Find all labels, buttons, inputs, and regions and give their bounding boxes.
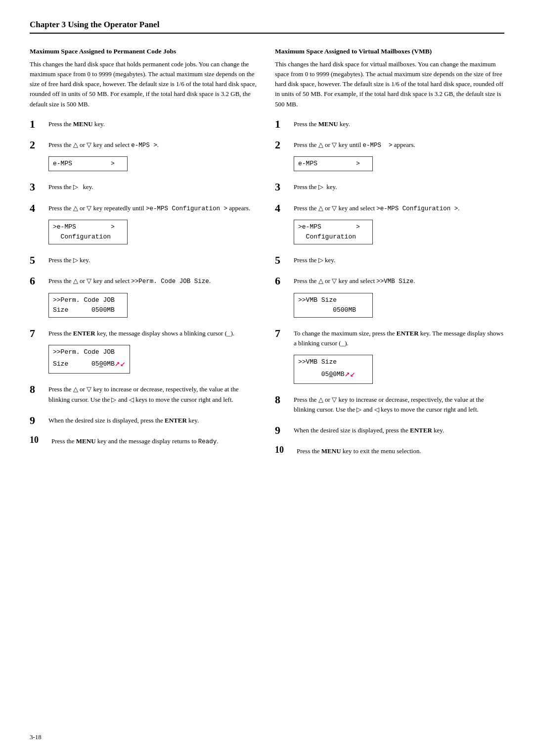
- right-step-6-content: Press the △ or ▽ key and select >>VMB Si…: [294, 275, 504, 321]
- right-step-4-number: 4: [275, 202, 294, 214]
- left-step-5-content: Press the ▷ key.: [48, 254, 259, 268]
- right-step-2-lcd: e-MPS >: [294, 156, 373, 171]
- right-step-4-lcd: >e-MPS > Configuration: [294, 220, 373, 244]
- left-step-10-content: Press the MENU key and the message displ…: [51, 435, 259, 450]
- left-step-4-content: Press the △ or ▽ key repeatedly until >e…: [48, 202, 259, 248]
- left-step-6-number: 6: [30, 275, 48, 287]
- right-step-1: 1 Press the MENU key.: [275, 118, 504, 132]
- left-step-3: 3 Press the ▷ key.: [30, 181, 259, 195]
- right-step-4-content: Press the △ or ▽ key and select >e-MPS C…: [294, 202, 504, 248]
- left-step-9: 9 When the desired size is displayed, pr…: [30, 415, 259, 428]
- left-step-4-lcd: >e-MPS > Configuration: [48, 220, 128, 244]
- left-column: Maximum Space Assigned to Permanent Code…: [30, 47, 259, 466]
- right-step-5-number: 5: [275, 254, 294, 266]
- left-step-2-lcd: e-MPS >: [48, 156, 128, 171]
- right-step-3: 3 Press the ▷ key.: [275, 181, 504, 195]
- right-step-8: 8 Press the △ or ▽ key to increase or de…: [275, 394, 504, 418]
- right-step-10-content: Press the MENU key to exit the menu sele…: [297, 445, 504, 459]
- right-step-7: 7 To change the maximum size, press the …: [275, 328, 504, 387]
- left-step-8-content: Press the △ or ▽ key to increase or decr…: [48, 383, 259, 407]
- right-intro: This changes the hard disk space for vir…: [275, 59, 504, 109]
- left-step-2-content: Press the △ or ▽ key and select e-MPS >.…: [48, 139, 259, 175]
- left-step-3-number: 3: [30, 181, 48, 193]
- right-step-9-content: When the desired size is displayed, pres…: [294, 425, 504, 438]
- right-column: Maximum Space Assigned to Virtual Mailbo…: [275, 47, 504, 466]
- left-step-5-number: 5: [30, 254, 48, 266]
- left-step-9-content: When the desired size is displayed, pres…: [48, 415, 259, 428]
- left-step-7-content: Press the ENTER key, the message display…: [48, 328, 259, 377]
- left-step-6-content: Press the △ or ▽ key and select >>Perm. …: [48, 275, 259, 321]
- left-step-4: 4 Press the △ or ▽ key repeatedly until …: [30, 202, 259, 248]
- left-step-1-content: Press the MENU key.: [48, 118, 259, 132]
- left-step-6: 6 Press the △ or ▽ key and select >>Perm…: [30, 275, 259, 321]
- left-step-6-lcd: >>Perm. Code JOB Size 0500MB: [48, 293, 128, 318]
- right-section-title: Maximum Space Assigned to Virtual Mailbo…: [275, 47, 504, 55]
- right-step-10-number: 10: [275, 445, 297, 455]
- left-intro: This changes the hard disk space that ho…: [30, 59, 259, 109]
- right-step-2-number: 2: [275, 139, 294, 151]
- right-step-7-number: 7: [275, 328, 294, 339]
- page-number: 3-18: [30, 733, 42, 741]
- left-step-8-number: 8: [30, 383, 48, 395]
- right-step-4: 4 Press the △ or ▽ key and select >e-MPS…: [275, 202, 504, 248]
- right-step-6: 6 Press the △ or ▽ key and select >>VMB …: [275, 275, 504, 321]
- left-step-2-number: 2: [30, 139, 48, 151]
- left-step-10: 10 Press the MENU key and the message di…: [30, 435, 259, 450]
- left-step-1-number: 1: [30, 118, 48, 130]
- left-step-10-number: 10: [30, 435, 51, 445]
- left-step-1: 1 Press the MENU key.: [30, 118, 259, 132]
- right-step-5: 5 Press the ▷ key.: [275, 254, 504, 268]
- right-step-6-number: 6: [275, 275, 294, 287]
- right-step-2-content: Press the △ or ▽ key until e-MPS > appea…: [294, 139, 504, 175]
- right-step-8-number: 8: [275, 394, 294, 406]
- left-step-7-lcd: >>Perm. Code JOB Size 0500MB↗↙: [48, 345, 130, 374]
- left-step-8: 8 Press the △ or ▽ key to increase or de…: [30, 383, 259, 407]
- right-step-9-number: 9: [275, 425, 294, 436]
- left-section-title: Maximum Space Assigned to Permanent Code…: [30, 47, 259, 55]
- right-step-2: 2 Press the △ or ▽ key until e-MPS > app…: [275, 139, 504, 175]
- left-step-2: 2 Press the △ or ▽ key and select e-MPS …: [30, 139, 259, 175]
- right-step-10: 10 Press the MENU key to exit the menu s…: [275, 445, 504, 459]
- right-step-1-number: 1: [275, 118, 294, 130]
- right-step-7-content: To change the maximum size, press the EN…: [294, 328, 504, 387]
- right-step-3-content: Press the ▷ key.: [294, 181, 504, 195]
- right-step-7-lcd: >>VMB Size 0500MB↗↙: [294, 355, 373, 383]
- left-step-7-number: 7: [30, 328, 48, 339]
- left-step-4-number: 4: [30, 202, 48, 214]
- right-step-5-content: Press the ▷ key.: [294, 254, 504, 268]
- left-step-7: 7 Press the ENTER key, the message displ…: [30, 328, 259, 377]
- right-step-3-number: 3: [275, 181, 294, 193]
- left-step-5: 5 Press the ▷ key.: [30, 254, 259, 268]
- right-step-6-lcd: >>VMB Size 0500MB: [294, 293, 373, 318]
- chapter-title: Chapter 3 Using the Operator Panel: [30, 20, 504, 34]
- right-step-1-content: Press the MENU key.: [294, 118, 504, 132]
- left-step-3-content: Press the ▷ key.: [48, 181, 259, 195]
- left-step-9-number: 9: [30, 415, 48, 426]
- right-step-9: 9 When the desired size is displayed, pr…: [275, 425, 504, 438]
- right-step-8-content: Press the △ or ▽ key to increase or decr…: [294, 394, 504, 418]
